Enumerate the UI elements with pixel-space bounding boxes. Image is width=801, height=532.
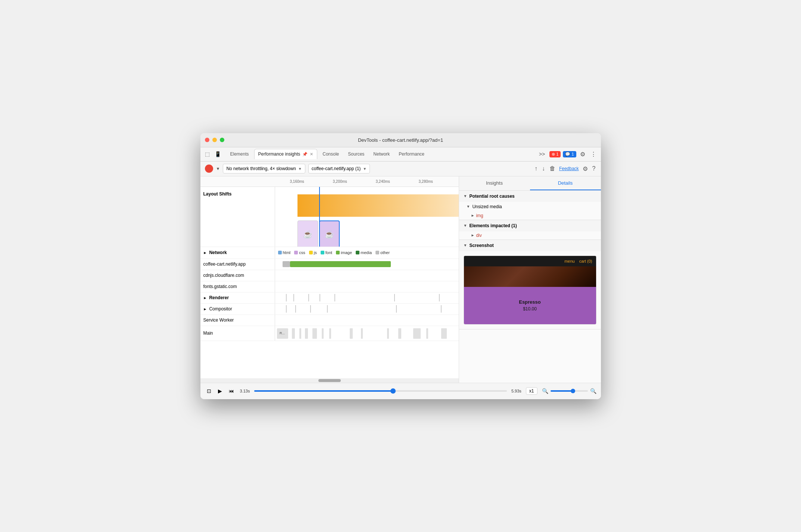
share-icon[interactable]: ↑ (534, 165, 538, 173)
div-arrow-icon: ► (471, 233, 475, 237)
svg-rect-22 (361, 328, 363, 339)
devtools-window: DevTools - coffee-cart.netlify.app/?ad=1… (200, 133, 601, 399)
tab-insights[interactable]: Insights (459, 176, 530, 190)
tab-network[interactable]: Network (370, 149, 393, 159)
section-elements-impacted: ▼ Elements impacted (1) ► div (459, 220, 601, 240)
cursor-icon[interactable]: ⬚ (203, 150, 212, 158)
network-throttle-select[interactable]: No network throttling, 4× slowdown ▼ (223, 164, 305, 173)
renderer-label: ► Renderer (200, 292, 275, 303)
tabbar-right: >> ⊗ 1 💬 1 ⚙ ⋮ (537, 150, 598, 159)
zoom-controls: 🔍 🔍 (542, 388, 596, 394)
main-row: Main R... (200, 326, 459, 341)
device-icon[interactable]: 📱 (214, 150, 222, 158)
layout-shifts-viz[interactable]: ☕ ☕ (275, 187, 459, 247)
js-color (309, 251, 313, 254)
tab-performance[interactable]: Performance (395, 149, 428, 159)
tab-performance-insights[interactable]: Performance insights 📌 ✕ (254, 149, 318, 159)
right-panel: Insights Details ▼ Potential root causes… (459, 176, 601, 383)
screenshot-arrow-icon: ▼ (464, 243, 467, 247)
host-1-label: coffee-cart.netlify.app (200, 259, 275, 270)
record-dropdown[interactable]: ▼ (216, 166, 220, 171)
compositor-row: ► Compositor (200, 304, 459, 315)
record-button[interactable] (205, 165, 213, 173)
renderer-arrow-icon[interactable]: ► (203, 296, 207, 300)
time-end-label: 5.93s (511, 389, 521, 393)
skip-to-start-button[interactable]: ⏮ (227, 387, 236, 395)
tab-sources[interactable]: Sources (344, 149, 368, 159)
scrubber-thumb[interactable] (390, 388, 396, 394)
font-color (321, 251, 324, 254)
legend-media: media (356, 250, 372, 255)
close-button[interactable] (205, 138, 209, 142)
zoom-thumb[interactable] (571, 389, 575, 393)
img-arrow-icon: ► (471, 213, 475, 218)
svg-rect-27 (441, 328, 447, 339)
feedback-link[interactable]: Feedback (559, 166, 579, 171)
titlebar: DevTools - coffee-cart.netlify.app/?ad=1 (200, 133, 601, 147)
svg-rect-16 (299, 328, 301, 339)
root-causes-arrow-icon: ▼ (464, 194, 467, 198)
host-2-viz[interactable] (275, 270, 459, 281)
traffic-lights (205, 138, 224, 142)
ruler-mark-2: 3,200ms (333, 179, 347, 184)
timeline-panel: 3,160ms 3,200ms 3,240ms 3,280ms Layout S… (200, 176, 459, 383)
renderer-ticks (275, 292, 459, 303)
network-host-row-3: fonts.gstatic.com (200, 281, 459, 292)
timeline-content[interactable]: Layout Shifts ☕ ☕ (200, 187, 459, 378)
media-color (356, 251, 359, 254)
main-content: 3,160ms 3,200ms 3,240ms 3,280ms Layout S… (200, 176, 601, 383)
play-button[interactable]: ▶ (216, 387, 224, 395)
ruler-mark-3: 3,240ms (376, 179, 390, 184)
section-root-causes: ▼ Potential root causes ▼ Unsized media … (459, 191, 601, 220)
tab-console[interactable]: Console (319, 149, 343, 159)
maximize-button[interactable] (220, 138, 224, 142)
pin-icon: 📌 (302, 152, 308, 157)
host-1-viz[interactable] (275, 259, 459, 270)
compositor-arrow-icon[interactable]: ► (203, 307, 207, 311)
elements-impacted-header[interactable]: ▼ Elements impacted (1) (459, 220, 601, 231)
zoom-out-icon[interactable]: 🔍 (542, 388, 548, 394)
network-arrow-icon[interactable]: ► (203, 251, 207, 255)
screenshot-header[interactable]: ▼ Screenshot (459, 240, 601, 251)
compositor-viz[interactable] (275, 304, 459, 314)
main-viz[interactable]: R... (275, 326, 459, 341)
legend-js: js (309, 250, 317, 255)
network-host-row-1: coffee-cart.netlify.app (200, 259, 459, 270)
help-icon[interactable]: ? (592, 165, 596, 173)
section-screenshot: ▼ Screenshot menu cart (0) (459, 240, 601, 329)
section-root-causes-header[interactable]: ▼ Potential root causes (459, 191, 601, 202)
legend-image: image (336, 250, 352, 255)
svg-rect-15 (292, 328, 295, 339)
legend-font: font (321, 250, 332, 255)
timeline-scrubber[interactable] (254, 390, 507, 392)
more-tabs-button[interactable]: >> (537, 150, 547, 158)
download-icon[interactable]: ↓ (541, 165, 546, 173)
tab-elements[interactable]: Elements (227, 149, 253, 159)
settings-icon[interactable]: ⚙ (579, 150, 587, 159)
delete-icon[interactable]: 🗑 (549, 165, 556, 173)
zoom-track[interactable] (551, 390, 588, 392)
toolbar-settings-icon[interactable]: ⚙ (582, 165, 589, 173)
scrubber-track[interactable] (254, 390, 507, 392)
playback-controls: ⊡ ▶ ⏮ (205, 387, 236, 395)
screenshot-mode-icon[interactable]: ⊡ (205, 387, 213, 395)
right-panel-content: ▼ Potential root causes ▼ Unsized media … (459, 191, 601, 383)
url-select[interactable]: coffee-cart.netlify.app (1) ▼ (308, 164, 370, 173)
minimize-button[interactable] (212, 138, 217, 142)
img-item[interactable]: ► img (459, 212, 601, 220)
tab-close-icon[interactable]: ✕ (310, 152, 313, 157)
div-item[interactable]: ► div (459, 231, 601, 240)
unsized-media-header[interactable]: ▼ Unsized media (459, 202, 601, 212)
throttle-arrow-icon: ▼ (298, 167, 302, 171)
zoom-in-icon[interactable]: 🔍 (590, 388, 596, 394)
tab-details[interactable]: Details (530, 176, 601, 190)
renderer-viz[interactable] (275, 292, 459, 303)
service-worker-viz[interactable] (275, 315, 459, 326)
ruler-mark-1: 3,160ms (290, 179, 304, 184)
layout-shift-bar (297, 194, 459, 217)
host-3-viz[interactable] (275, 281, 459, 292)
scrollbar-thumb[interactable] (318, 379, 341, 382)
more-options-icon[interactable]: ⋮ (589, 150, 598, 159)
timeline-scrollbar[interactable] (200, 378, 459, 383)
speed-select[interactable]: x1 (526, 387, 537, 395)
